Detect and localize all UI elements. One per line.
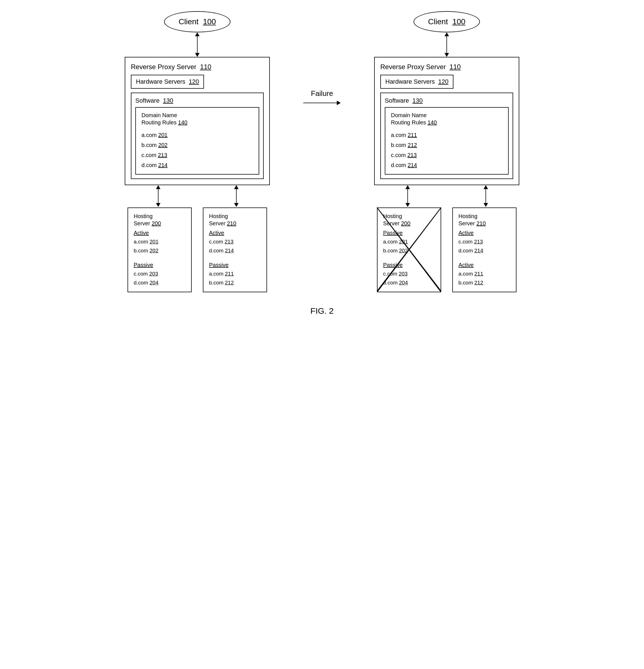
right-route-3: c.com 213 — [391, 150, 503, 160]
right-arrow-up — [445, 32, 449, 36]
right-route-4: d.com 214 — [391, 160, 503, 170]
left-client-label: Client — [179, 17, 199, 26]
right-hosting-200-title: HostingServer 200 — [383, 213, 435, 227]
left-hosting-210: HostingServer 210 Active c.com 213 d.com… — [203, 208, 267, 292]
left-route-2: b.com 202 — [141, 140, 253, 150]
left-hosting-200-title: HostingServer 200 — [134, 213, 185, 227]
right-hosting-210-active-label-2: Active — [459, 262, 510, 268]
left-software-box: Software 130 Domain NameRouting Rules 14… — [131, 92, 264, 179]
right-routing-title: Domain NameRouting Rules 140 — [391, 112, 503, 126]
left-client-ellipse: Client 100 — [164, 11, 230, 32]
left-hardware-box: Hardware Servers 120 — [131, 75, 204, 89]
right-hosting-210-active-label: Active — [459, 230, 510, 236]
left-proxy-title: Reverse Proxy Server 110 — [131, 63, 264, 71]
right-route-2: b.com 212 — [391, 140, 503, 150]
left-hosting-210-passive-label: Passive — [209, 262, 261, 268]
fig-label: FIG. 2 — [310, 306, 334, 316]
left-routing-title: Domain NameRouting Rules 140 — [141, 112, 253, 126]
right-domain-routing-box: Domain NameRouting Rules 140 a.com 211 b… — [385, 107, 509, 174]
right-connector-area — [374, 185, 519, 208]
failure-label: Failure — [311, 89, 333, 98]
failure-arrow-head — [337, 101, 341, 105]
left-connector-area — [125, 185, 270, 208]
right-hosting-200-passive-entries-2: c.com 203 d.com 204 — [383, 269, 435, 287]
right-hosting-200-passive-entries-1: a.com 201 b.com 202 — [383, 237, 435, 255]
main-diagram: Client 100 Reverse Proxy Server 110 Hard… — [5, 11, 639, 292]
left-arrow-up — [195, 32, 199, 36]
left-arrow-down — [195, 53, 199, 57]
left-hosting-200-passive-label: Passive — [134, 262, 185, 268]
right-client-label: Client — [428, 17, 448, 26]
right-hosting-210: HostingServer 210 Active c.com 213 d.com… — [452, 208, 517, 292]
failure-arrow — [303, 101, 341, 105]
left-hosting-200-active-label: Active — [134, 230, 185, 236]
left-conn-left — [126, 185, 190, 208]
right-route-1: a.com 211 — [391, 130, 503, 140]
left-diagram: Client 100 Reverse Proxy Server 110 Hard… — [125, 11, 270, 292]
right-conn-left — [376, 185, 440, 208]
left-hosting-210-title: HostingServer 210 — [209, 213, 261, 227]
right-hosting-210-active-entries-2: a.com 211 b.com 212 — [459, 269, 510, 287]
failure-section: Failure — [303, 11, 341, 105]
failure-arrow-line — [303, 103, 337, 103]
left-client-ref: 100 — [203, 17, 216, 26]
left-hosting-200: HostingServer 200 Active a.com 201 b.com… — [127, 208, 192, 292]
left-servers-row: HostingServer 200 Active a.com 201 b.com… — [127, 208, 267, 292]
right-diagram: Client 100 Reverse Proxy Server 110 Hard… — [374, 11, 519, 292]
left-reverse-proxy-box: Reverse Proxy Server 110 Hardware Server… — [125, 57, 270, 185]
left-route-3: c.com 213 — [141, 150, 253, 160]
right-hosting-200-wrapper: HostingServer 200 Passive a.com 201 b.co… — [377, 208, 441, 292]
left-hosting-200-passive-entries: c.com 203 d.com 204 — [134, 269, 185, 287]
right-software-title: Software 130 — [385, 97, 509, 104]
left-domain-routing-box: Domain NameRouting Rules 140 a.com 201 b… — [135, 107, 259, 174]
left-conn-right — [204, 185, 268, 208]
left-hosting-200-active-entries: a.com 201 b.com 202 — [134, 237, 185, 255]
right-arrow-line — [446, 36, 447, 53]
right-hosting-210-title: HostingServer 210 — [459, 213, 510, 227]
right-client-ellipse: Client 100 — [414, 11, 480, 32]
right-conn-right — [454, 185, 518, 208]
right-servers-row: HostingServer 200 Passive a.com 201 b.co… — [377, 208, 517, 292]
left-routing-entries: a.com 201 b.com 202 c.com 213 d.com 214 — [141, 130, 253, 170]
right-arrow-down — [445, 53, 449, 57]
right-software-box: Software 130 Domain NameRouting Rules 14… — [380, 92, 513, 179]
right-proxy-title: Reverse Proxy Server 110 — [380, 63, 513, 71]
left-route-1: a.com 201 — [141, 130, 253, 140]
left-client-arrow — [195, 32, 199, 57]
left-hosting-210-active-entries: c.com 213 d.com 214 — [209, 237, 261, 255]
left-hosting-210-passive-entries: a.com 211 b.com 212 — [209, 269, 261, 287]
left-software-title: Software 130 — [135, 97, 259, 104]
right-hosting-200-passive-label-2: Passive — [383, 262, 435, 268]
left-route-4: d.com 214 — [141, 160, 253, 170]
right-hardware-box: Hardware Servers 120 — [380, 75, 453, 89]
right-conn-left-arrow — [405, 185, 410, 207]
right-hosting-200: HostingServer 200 Passive a.com 201 b.co… — [377, 208, 441, 292]
right-client-arrow — [445, 32, 449, 57]
left-conn-left-arrow — [156, 185, 160, 207]
left-conn-right-arrow — [234, 185, 239, 207]
right-routing-entries: a.com 211 b.com 212 c.com 213 d.com 214 — [391, 130, 503, 170]
left-hosting-210-active-label: Active — [209, 230, 261, 236]
right-client-ref: 100 — [452, 17, 465, 26]
right-reverse-proxy-box: Reverse Proxy Server 110 Hardware Server… — [374, 57, 519, 185]
left-arrow-line — [197, 36, 198, 53]
right-hosting-210-active-entries: c.com 213 d.com 214 — [459, 237, 510, 255]
right-conn-right-arrow — [484, 185, 488, 207]
right-hosting-200-passive-label: Passive — [383, 230, 435, 236]
